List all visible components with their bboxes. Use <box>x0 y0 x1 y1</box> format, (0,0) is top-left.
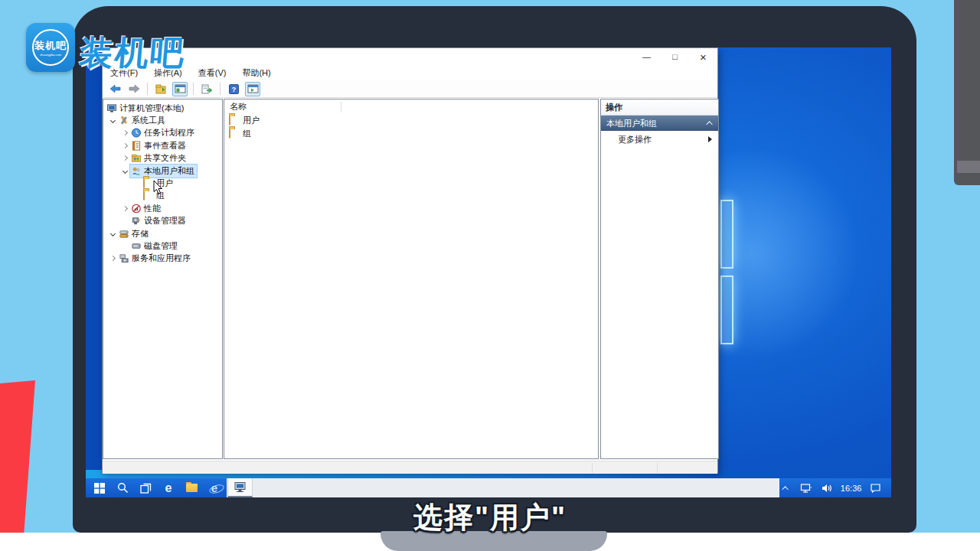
tree-item-performance[interactable]: 性能 <box>103 202 222 214</box>
taskbar: e e 16:36 <box>86 478 891 497</box>
tree-item-services-applications[interactable]: 服务和应用程序 <box>103 253 222 265</box>
toolbar-separator <box>220 83 220 95</box>
search-icon[interactable] <box>116 481 129 495</box>
tray-chevron-up-icon[interactable] <box>779 481 793 495</box>
volume-icon[interactable] <box>820 481 834 495</box>
folder-icon <box>143 178 154 188</box>
list-item-groups[interactable]: 组 <box>224 127 598 140</box>
menu-view[interactable]: 查看(V) <box>198 67 227 79</box>
logo-badge-text: 装机吧 <box>34 39 67 53</box>
taskbar-middle <box>227 478 779 497</box>
status-divider <box>657 463 658 473</box>
more-actions-item[interactable]: 更多操作 <box>601 131 718 148</box>
device-manager-icon <box>131 216 142 226</box>
tree-item-event-viewer[interactable]: 事件查看器 <box>103 139 222 152</box>
start-button-icon[interactable] <box>93 481 106 495</box>
more-actions-label: 更多操作 <box>618 134 652 145</box>
column-divider[interactable] <box>341 101 341 112</box>
tree-item-disk-management[interactable]: 磁盘管理 <box>103 240 222 252</box>
tree-item-storage[interactable]: 存储 <box>103 227 222 240</box>
tree-item-label: 计算机管理(本地) <box>119 103 184 114</box>
back-icon[interactable] <box>107 82 122 96</box>
expand-arrow-icon[interactable] <box>120 156 130 160</box>
submenu-arrow-icon <box>708 136 712 142</box>
system-tray: 16:36 <box>779 478 891 497</box>
expand-arrow-icon[interactable] <box>120 169 130 173</box>
show-action-pane-icon[interactable] <box>245 82 260 96</box>
windows-logo-pane-top <box>720 200 733 269</box>
tree-item-shared-folders[interactable]: 共享文件夹 <box>103 152 222 165</box>
edge-browser-icon[interactable]: e <box>162 481 175 495</box>
mouse-cursor <box>153 180 163 194</box>
computer-management-window: — □ × 文件(F) 操作(A) 查看(V) 帮助(H) <box>102 47 718 473</box>
collapse-icon[interactable] <box>706 121 712 127</box>
logo-circle: 装机吧 zhuangjiba.com <box>32 29 69 66</box>
shared-folders-icon <box>131 153 142 163</box>
list-column-header[interactable]: 名称 <box>224 99 598 114</box>
taskbar-left: e e <box>86 478 227 497</box>
phone-prop <box>954 0 980 185</box>
list-item-label: 组 <box>243 128 251 139</box>
console-window-icon[interactable] <box>172 82 188 96</box>
expand-arrow-icon[interactable] <box>120 131 130 135</box>
task-view-icon[interactable] <box>139 481 152 495</box>
actions-header: 操作 <box>601 99 718 116</box>
computer-management-taskbar-icon[interactable] <box>227 478 253 497</box>
list-item-label: 用户 <box>243 115 260 126</box>
maximize-button[interactable]: □ <box>661 48 689 65</box>
tree-item-label: 磁盘管理 <box>144 240 178 252</box>
menu-help[interactable]: 帮助(H) <box>242 67 270 79</box>
expand-arrow-icon[interactable] <box>108 119 118 122</box>
expand-arrow-icon[interactable] <box>108 232 118 236</box>
tools-icon <box>119 116 129 126</box>
forward-icon[interactable] <box>126 82 142 96</box>
file-explorer-icon[interactable] <box>185 481 198 495</box>
clock[interactable]: 16:36 <box>841 484 862 493</box>
task-scheduler-icon <box>131 128 142 138</box>
zhuangjiba-logo-badge: 装机吧 zhuangjiba.com <box>26 23 75 72</box>
actions-panel: 操作 本地用户和组 更多操作 <box>600 99 719 459</box>
zhuangjiba-logo-text: 装机吧 <box>77 31 187 76</box>
column-name-label: 名称 <box>230 101 247 112</box>
show-console-tree-icon[interactable] <box>153 82 168 96</box>
performance-icon <box>131 204 142 214</box>
list-item-users[interactable]: 用户 <box>224 114 598 127</box>
network-icon[interactable] <box>800 481 814 495</box>
tree-item-system-tools[interactable]: 系统工具 <box>103 114 222 126</box>
menu-bar: 文件(F) 操作(A) 查看(V) 帮助(H) <box>103 65 717 80</box>
internet-explorer-icon[interactable]: e <box>207 481 221 495</box>
tree-item-label: 共享文件夹 <box>144 152 186 164</box>
event-viewer-icon <box>131 141 142 151</box>
status-divider <box>592 463 593 473</box>
expand-arrow-icon[interactable] <box>108 256 118 260</box>
actions-header-label: 操作 <box>606 102 622 113</box>
tree-item-local-users-groups[interactable]: 本地用户和组 <box>103 165 222 177</box>
actions-group-label: 本地用户和组 <box>606 118 657 129</box>
minimize-button[interactable]: — <box>632 48 661 65</box>
folder-icon <box>229 129 240 139</box>
close-button[interactable]: × <box>689 48 717 65</box>
tree-item-label: 设备管理器 <box>144 215 186 227</box>
title-bar: — □ × <box>103 48 717 65</box>
expand-arrow-icon[interactable] <box>120 144 130 148</box>
export-list-icon[interactable] <box>199 82 214 96</box>
services-applications-icon <box>119 253 129 263</box>
expand-arrow-icon[interactable] <box>120 207 130 210</box>
tree-item-label: 存储 <box>132 228 149 240</box>
toolbar-separator <box>147 83 148 95</box>
windows-logo-pane-bottom <box>720 276 733 344</box>
toolbar: ? <box>103 80 717 98</box>
window-content: 计算机管理(本地) 系统工具 任务计划程序 <box>103 98 717 461</box>
tree-item-label: 任务计划程序 <box>144 127 194 139</box>
folder-icon <box>143 191 154 201</box>
help-icon[interactable]: ? <box>226 82 241 96</box>
tree-item-computer-management[interactable]: 计算机管理(本地) <box>103 102 222 114</box>
computer-icon <box>106 103 117 113</box>
actions-group-local-users-groups[interactable]: 本地用户和组 <box>601 116 718 131</box>
action-center-icon[interactable] <box>868 481 882 495</box>
local-users-groups-icon <box>131 166 142 176</box>
tree-item-task-scheduler[interactable]: 任务计划程序 <box>103 127 222 139</box>
tree-item-device-manager[interactable]: 设备管理器 <box>103 215 222 227</box>
logo-badge-subtext: zhuangjiba.com <box>40 53 61 57</box>
tree-item-label: 性能 <box>144 203 161 214</box>
